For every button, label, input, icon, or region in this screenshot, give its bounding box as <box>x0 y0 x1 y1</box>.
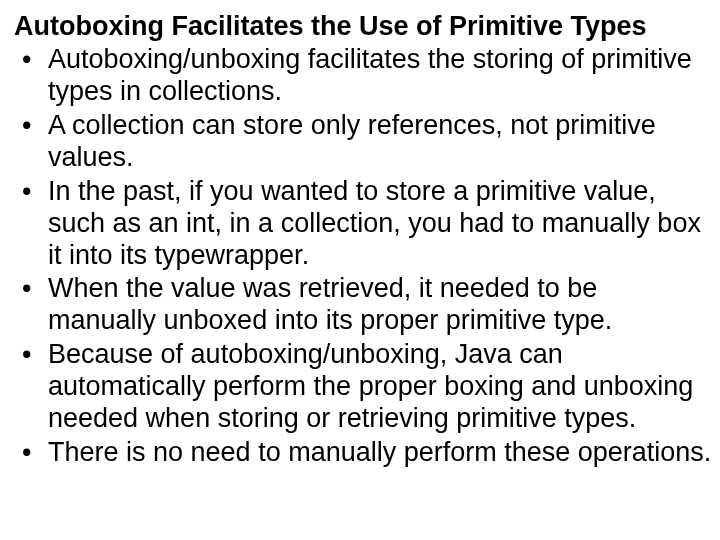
list-item: Because of autoboxing/unboxing, Java can… <box>14 339 712 435</box>
list-item: A collection can store only references, … <box>14 110 712 174</box>
list-item: In the past, if you wanted to store a pr… <box>14 176 712 272</box>
list-item: When the value was retrieved, it needed … <box>14 273 712 337</box>
list-item: Autoboxing/unboxing facilitates the stor… <box>14 44 712 108</box>
list-item: There is no need to manually perform the… <box>14 437 712 469</box>
bullet-list: Autoboxing/unboxing facilitates the stor… <box>14 44 712 468</box>
slide-title: Autoboxing Facilitates the Use of Primit… <box>14 10 712 42</box>
slide: Autoboxing Facilitates the Use of Primit… <box>0 0 720 540</box>
